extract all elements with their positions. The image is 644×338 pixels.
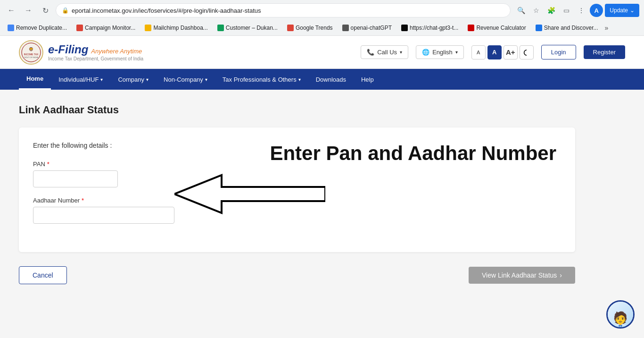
pan-input[interactable] [33, 170, 118, 187]
bookmark-customer-dukan[interactable]: Customer – Dukan... [215, 24, 281, 32]
bookmark-icon [536, 25, 542, 31]
page-content: Link Aadhaar Status Enter the following … [0, 90, 644, 316]
logo-area: 🦁 INCOME TAX GOVT OF INDIA e-Filing Anyw… [19, 40, 143, 65]
svg-point-0 [19, 41, 43, 64]
arrow-annotation [174, 170, 325, 219]
login-button[interactable]: Login [541, 45, 576, 59]
nav-item-individual: Individual/HUF ▾ [51, 69, 110, 90]
forward-button[interactable]: → [22, 4, 35, 17]
bookmark-icon [342, 25, 349, 31]
nav-link-individual[interactable]: Individual/HUF ▾ [51, 69, 110, 90]
nav-link-company[interactable]: Company ▾ [110, 69, 156, 90]
overlay-annotation-text: Enter Pan and Aadhar Number [270, 142, 556, 165]
bookmark-label: Customer – Dukan... [226, 25, 278, 31]
nav-downloads-label: Downloads [316, 76, 346, 83]
bookmarks-bar: Remove Duplicate... Campaign Monitor... … [0, 21, 644, 36]
noncompany-dropdown-icon: ▾ [205, 77, 207, 82]
svg-text:INCOME TAX: INCOME TAX [24, 53, 39, 56]
bookmark-remove-duplicates[interactable]: Remove Duplicate... [5, 24, 70, 32]
small-text-button[interactable]: A [471, 45, 486, 59]
nav-item-downloads: Downloads [308, 69, 354, 90]
cast-icon[interactable]: ▭ [560, 4, 573, 17]
individual-dropdown-icon: ▾ [100, 77, 103, 82]
bookmark-mailchimp[interactable]: Mailchimp Dashboa... [142, 24, 210, 32]
bookmark-revenue-calculator[interactable]: Revenue Calculator [465, 24, 528, 32]
nav-item-tax-professionals: Tax Professionals & Others ▾ [215, 69, 308, 90]
bookmark-icon [468, 25, 474, 31]
bookmark-label: openai-chatGPT [351, 25, 392, 31]
bookmark-chat-gpt3[interactable]: https://chat-gpt3-t... [398, 24, 461, 32]
contrast-button[interactable]: ◑ [520, 45, 534, 59]
bookmark-google-trends[interactable]: Google Trends [284, 24, 336, 32]
more-options-icon[interactable]: ⋮ [575, 4, 588, 17]
dept-name: Income Tax Department, Government of Ind… [48, 56, 143, 61]
bookmark-campaign-monitor[interactable]: Campaign Monitor... [74, 24, 138, 32]
bookmark-label: Campaign Monitor... [85, 25, 135, 31]
nav-help-label: Help [361, 76, 374, 83]
logo-text: e-Filing Anywhere Anytime Income Tax Dep… [48, 43, 143, 61]
update-label: Update [610, 7, 628, 14]
pan-required-indicator: * [47, 161, 50, 168]
bookmark-label: Share and Discover... [544, 25, 598, 31]
register-button[interactable]: Register [584, 45, 625, 59]
medium-text-button[interactable]: A [487, 45, 502, 59]
update-button[interactable]: Update ⌄ [605, 4, 639, 17]
bookmark-share-discover[interactable]: Share and Discover... [533, 24, 601, 32]
anywhere-anytime-text: Anywhere Anytime [91, 48, 142, 55]
bookmark-icon [8, 25, 14, 31]
bookmarks-more-icon[interactable]: » [605, 24, 609, 32]
government-emblem: 🦁 INCOME TAX GOVT OF INDIA [19, 40, 43, 65]
language-button[interactable]: 🌐 English ▾ [416, 45, 464, 59]
nav-item-home: Home [19, 69, 51, 90]
update-arrow-icon: ⌄ [630, 7, 635, 14]
nav-item-company: Company ▾ [110, 69, 156, 90]
nav-link-home[interactable]: Home [19, 69, 51, 90]
nav-company-label: Company [118, 76, 144, 83]
svg-marker-5 [174, 175, 325, 213]
nav-link-noncompany[interactable]: Non-Company ▾ [156, 69, 215, 90]
form-card: Enter the following details : Enter Pan … [19, 127, 575, 252]
back-button[interactable]: ← [5, 4, 18, 17]
lock-icon: 🔒 [62, 7, 69, 14]
reload-button[interactable]: ↻ [39, 4, 52, 17]
bookmark-star-icon[interactable]: ☆ [529, 4, 543, 17]
bookmark-openai-chatgpt[interactable]: openai-chatGPT [339, 24, 395, 32]
call-us-dropdown-icon: ▾ [400, 50, 402, 55]
call-us-button[interactable]: 📞 Call Us ▾ [361, 45, 408, 59]
nav-link-tax-professionals[interactable]: Tax Professionals & Others ▾ [215, 69, 308, 90]
view-link-aadhaar-status-button[interactable]: View Link Aadhaar Status › [469, 267, 575, 284]
nav-link-help[interactable]: Help [354, 69, 381, 90]
globe-icon: 🌐 [422, 49, 429, 56]
phone-icon: 📞 [367, 49, 374, 56]
nav-noncompany-label: Non-Company [164, 76, 203, 83]
site-header: 🦁 INCOME TAX GOVT OF INDIA e-Filing Anyw… [0, 36, 644, 69]
nav-home-label: Home [26, 75, 43, 82]
search-icon[interactable]: 🔍 [514, 4, 528, 17]
chat-figure-icon: 🧑‍💼 [611, 312, 630, 327]
view-status-arrow-icon: › [560, 271, 562, 279]
bookmark-label: Mailchimp Dashboa... [153, 25, 207, 31]
nav-item-noncompany: Non-Company ▾ [156, 69, 215, 90]
bookmark-label: Remove Duplicate... [16, 25, 67, 31]
chat-widget[interactable]: 🧑‍💼 [606, 300, 635, 329]
language-label: English [432, 49, 453, 56]
bookmark-icon [217, 25, 224, 31]
header-right: 📞 Call Us ▾ 🌐 English ▾ A A A+ ◑ Login R… [361, 45, 625, 59]
extension-puzzle-icon[interactable]: 🧩 [545, 4, 558, 17]
aadhaar-input[interactable] [33, 207, 174, 224]
bookmark-icon [401, 25, 408, 31]
chat-avatar: 🧑‍💼 [608, 302, 633, 327]
profile-button[interactable]: A [590, 4, 603, 17]
company-dropdown-icon: ▾ [146, 77, 149, 82]
nav-item-help: Help [354, 69, 381, 90]
efiling-brand: e-Filing [48, 43, 88, 56]
large-text-button[interactable]: A+ [504, 45, 518, 59]
address-bar[interactable]: 🔒 eportal.incometax.gov.in/iec/foservice… [56, 3, 511, 17]
bookmark-icon [145, 25, 151, 31]
cancel-button[interactable]: Cancel [19, 266, 67, 284]
url-text: eportal.incometax.gov.in/iec/foservices/… [72, 7, 261, 14]
view-status-label: View Link Aadhaar Status [482, 271, 557, 279]
browser-chrome: ← → ↻ 🔒 eportal.incometax.gov.in/iec/fos… [0, 0, 644, 36]
accessibility-controls: A A A+ ◑ [471, 45, 534, 59]
nav-link-downloads[interactable]: Downloads [308, 69, 354, 90]
